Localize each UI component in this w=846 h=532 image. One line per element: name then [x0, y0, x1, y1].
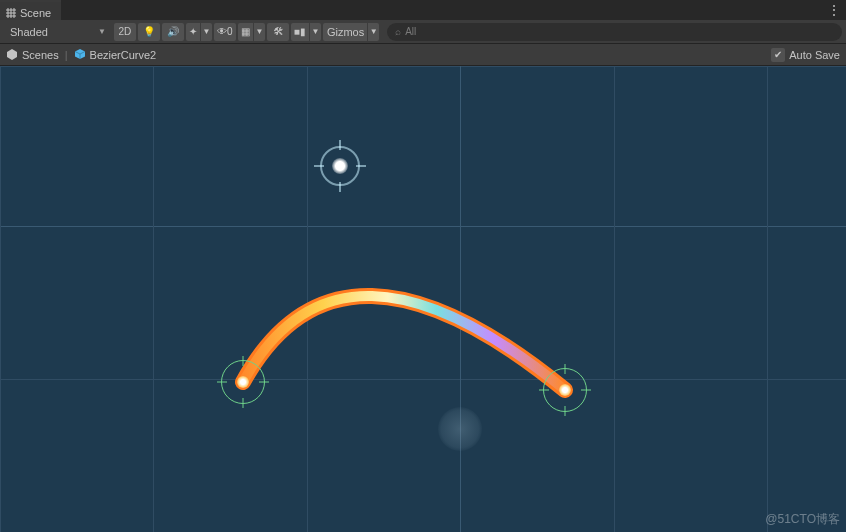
wrench-icon: 🛠: [273, 26, 283, 37]
tab-bar: Scene ⋮: [0, 0, 846, 20]
btn-skybox[interactable]: 👁0: [214, 23, 236, 41]
search-icon: ⌕: [395, 26, 401, 37]
chevron-down-icon: ▼: [253, 23, 265, 41]
light-gizmo[interactable]: [320, 146, 360, 186]
render-mode-dropdown[interactable]: Shaded ▼: [4, 26, 112, 38]
watermark: @51CTO博客: [765, 511, 840, 528]
search-placeholder: All: [405, 26, 416, 37]
autosave-toggle[interactable]: ✔ Auto Save: [771, 48, 840, 62]
speaker-icon: 🔊: [167, 26, 179, 37]
lightbulb-icon: 💡: [143, 26, 155, 37]
btn-fx[interactable]: ✦▼: [186, 23, 212, 41]
btn-2d[interactable]: 2D: [114, 23, 136, 41]
camera-icon: ■▮: [294, 26, 306, 37]
btn-audio[interactable]: 🔊: [162, 23, 184, 41]
breadcrumb-separator: |: [65, 49, 68, 61]
btn-lighting[interactable]: 💡: [138, 23, 160, 41]
unity-logo-icon: [6, 48, 18, 62]
chevron-down-icon: ▼: [309, 23, 321, 41]
prefab-icon: [74, 48, 86, 62]
control-point-start[interactable]: [221, 360, 265, 404]
grid-icon: ▦: [241, 26, 250, 37]
gizmos-label: Gizmos: [327, 26, 364, 38]
breadcrumb-current[interactable]: BezierCurve2: [90, 49, 157, 61]
fx-icon: ✦: [189, 26, 197, 37]
scene-toolbar: Shaded ▼ 2D 💡 🔊 ✦▼ 👁0 ▦▼ 🛠 ■▮▼ Gizmos▼ ⌕…: [0, 20, 846, 44]
checkbox-icon: ✔: [771, 48, 785, 62]
chevron-down-icon: ▼: [98, 27, 106, 36]
eye-off-icon: 👁: [217, 26, 227, 37]
chevron-down-icon: ▼: [200, 23, 212, 41]
camera-gizmo[interactable]: [438, 407, 482, 451]
render-mode-label: Shaded: [10, 26, 48, 38]
tab-options-menu[interactable]: ⋮: [822, 0, 846, 20]
breadcrumb-root[interactable]: Scenes: [22, 49, 59, 61]
search-input[interactable]: ⌕ All: [387, 23, 842, 41]
btn-grid[interactable]: ▦▼: [238, 23, 265, 41]
btn-camera[interactable]: ■▮▼: [291, 23, 321, 41]
tab-scene-label: Scene: [20, 7, 51, 19]
gizmos-dropdown[interactable]: Gizmos▼: [323, 23, 379, 41]
svg-marker-6: [7, 49, 17, 60]
autosave-label: Auto Save: [789, 49, 840, 61]
chevron-down-icon: ▼: [367, 23, 379, 41]
scene-tab-icon: [6, 8, 16, 18]
btn-tools[interactable]: 🛠: [267, 23, 289, 41]
control-point-end[interactable]: [543, 368, 587, 412]
breadcrumb: Scenes | BezierCurve2 ✔ Auto Save: [0, 44, 846, 66]
skybox-count: 0: [227, 26, 233, 37]
scene-grid: [0, 66, 846, 532]
scene-viewport[interactable]: @51CTO博客: [0, 66, 846, 532]
tab-scene[interactable]: Scene: [0, 0, 61, 20]
